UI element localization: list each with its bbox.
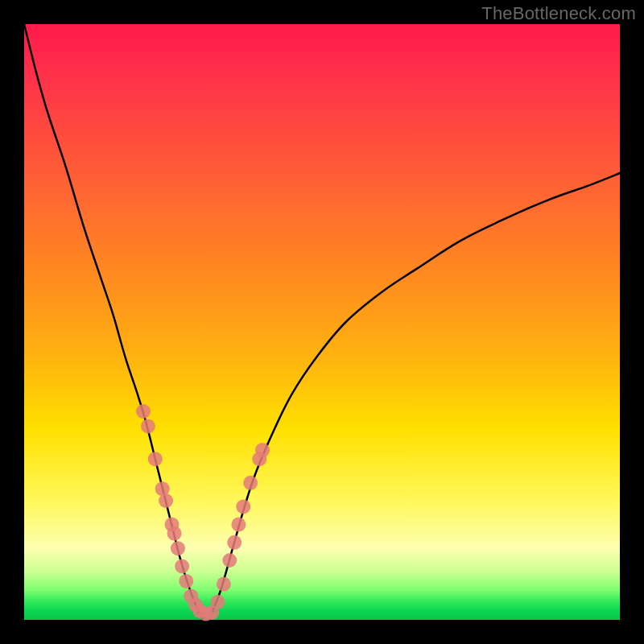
scatter-dot bbox=[236, 499, 250, 514]
scatter-dot bbox=[179, 574, 193, 588]
scatter-dot bbox=[175, 559, 189, 573]
scatter-dot bbox=[211, 595, 225, 609]
scatter-dot bbox=[159, 493, 173, 508]
scatter-dot bbox=[148, 452, 163, 466]
scatter-dot bbox=[222, 553, 237, 568]
chart-frame: TheBottleneck.com bbox=[0, 0, 644, 644]
scatter-dot bbox=[171, 541, 185, 555]
scatter-dot bbox=[217, 577, 231, 592]
right-branch-curve bbox=[208, 173, 620, 620]
scatter-dot bbox=[231, 518, 246, 532]
watermark-text: TheBottleneck.com bbox=[481, 3, 636, 24]
scatter-dot bbox=[227, 535, 242, 550]
scatter-dot bbox=[243, 476, 258, 490]
scatter-dot bbox=[255, 443, 270, 457]
curve-layer bbox=[24, 24, 620, 620]
scatter-dot bbox=[167, 526, 182, 541]
scatter-dots bbox=[136, 404, 270, 621]
scatter-dot bbox=[136, 404, 151, 419]
plot-area bbox=[24, 24, 620, 620]
scatter-dot bbox=[141, 419, 155, 434]
